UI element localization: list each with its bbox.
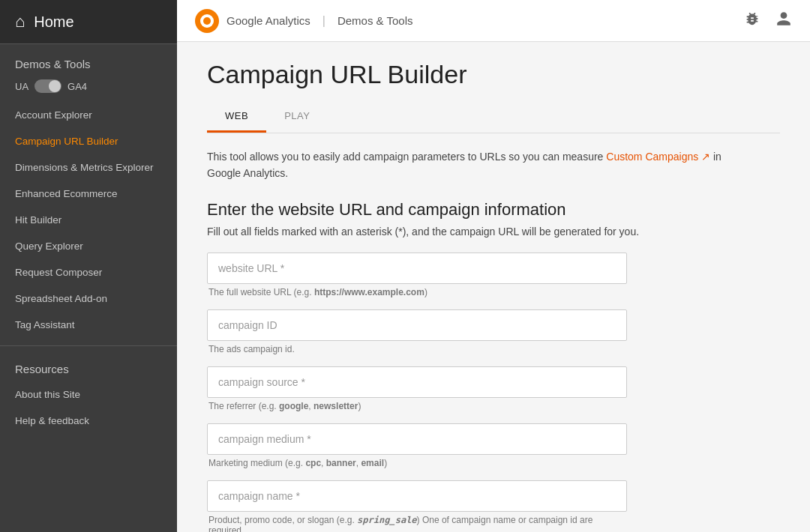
ua-label: UA — [15, 81, 28, 92]
sidebar-item-account-explorer[interactable]: Account Explorer — [0, 102, 177, 128]
toggle-knob — [49, 80, 61, 92]
section-subtext: Fill out all fields marked with an aster… — [207, 226, 780, 238]
topbar-site-title: Google Analytics — [226, 14, 310, 27]
tab-play[interactable]: PLAY — [266, 101, 328, 133]
website-url-input[interactable] — [207, 253, 627, 284]
campaign-medium-field-group: Marketing medium (e.g. cpc, banner, emai… — [207, 423, 627, 468]
content-area: Campaign URL Builder WEB PLAY This tool … — [177, 42, 810, 532]
topbar-icons — [744, 10, 792, 31]
sidebar-item-enhanced-ecommerce[interactable]: Enhanced Ecommerce — [0, 181, 177, 207]
sidebar-item-request-composer[interactable]: Request Composer — [0, 259, 177, 285]
ua-ga4-toggle-row: UA GA4 — [0, 76, 177, 102]
sidebar-item-query-explorer[interactable]: Query Explorer — [0, 233, 177, 259]
campaign-id-hint: The ads campaign id. — [207, 344, 627, 354]
campaign-name-input[interactable] — [207, 480, 627, 512]
ga-logo-inner — [200, 14, 214, 28]
description-text: This tool allows you to easily add campa… — [207, 148, 747, 182]
website-url-field-group: The full website URL (e.g. https://www.e… — [207, 253, 627, 297]
demos-tools-title: Demos & Tools — [0, 44, 177, 76]
campaign-source-field-group: The referrer (e.g. google, newsletter) — [207, 366, 627, 411]
tabs-bar: WEB PLAY — [207, 101, 780, 133]
sidebar-divider — [0, 345, 177, 346]
topbar-site-subtitle: Demos & Tools — [338, 14, 413, 27]
main-content: Google Analytics | Demos & Tools Campaig… — [177, 0, 810, 532]
sidebar-item-hit-builder[interactable]: Hit Builder — [0, 207, 177, 233]
section-heading: Enter the website URL and campaign infor… — [207, 200, 780, 220]
topbar-separator: | — [322, 14, 326, 28]
ua-ga4-toggle[interactable] — [34, 79, 62, 93]
campaign-source-hint: The referrer (e.g. google, newsletter) — [207, 401, 627, 411]
campaign-id-input[interactable] — [207, 309, 627, 341]
tab-web[interactable]: WEB — [207, 101, 266, 133]
home-nav[interactable]: ⌂ Home — [0, 0, 177, 44]
sidebar-item-campaign-url-builder[interactable]: Campaign URL Builder — [0, 128, 177, 154]
ga4-label: GA4 — [68, 81, 87, 92]
account-icon[interactable] — [776, 10, 792, 31]
sidebar-item-tag-assistant[interactable]: Tag Assistant — [0, 312, 177, 338]
topbar-logo: Google Analytics | Demos & Tools — [195, 9, 413, 33]
website-url-hint: The full website URL (e.g. https://www.e… — [207, 287, 627, 297]
sidebar-item-spreadsheet-add-on[interactable]: Spreadsheet Add-on — [0, 285, 177, 312]
topbar: Google Analytics | Demos & Tools — [177, 0, 810, 42]
campaign-medium-hint: Marketing medium (e.g. cpc, banner, emai… — [207, 458, 627, 468]
campaign-id-field-group: The ads campaign id. — [207, 309, 627, 354]
page-title: Campaign URL Builder — [207, 60, 780, 89]
bug-icon[interactable] — [744, 10, 760, 31]
campaign-name-hint: Product, promo code, or slogan (e.g. spr… — [207, 515, 627, 532]
campaign-name-field-group: Product, promo code, or slogan (e.g. spr… — [207, 480, 627, 532]
campaign-medium-input[interactable] — [207, 423, 627, 455]
ga-logo-icon — [195, 9, 219, 33]
home-label: Home — [34, 13, 74, 31]
sidebar-item-about-this-site[interactable]: About this Site — [0, 381, 177, 408]
sidebar-item-help-feedback[interactable]: Help & feedback — [0, 408, 177, 434]
custom-campaigns-link[interactable]: Custom Campaigns ↗ — [606, 151, 710, 163]
campaign-source-input[interactable] — [207, 366, 627, 398]
sidebar: ⌂ Home Demos & Tools UA GA4 Account Expl… — [0, 0, 177, 532]
sidebar-item-dimensions-metrics-explorer[interactable]: Dimensions & Metrics Explorer — [0, 154, 177, 181]
resources-title: Resources — [0, 354, 177, 381]
home-icon: ⌂ — [15, 12, 25, 31]
